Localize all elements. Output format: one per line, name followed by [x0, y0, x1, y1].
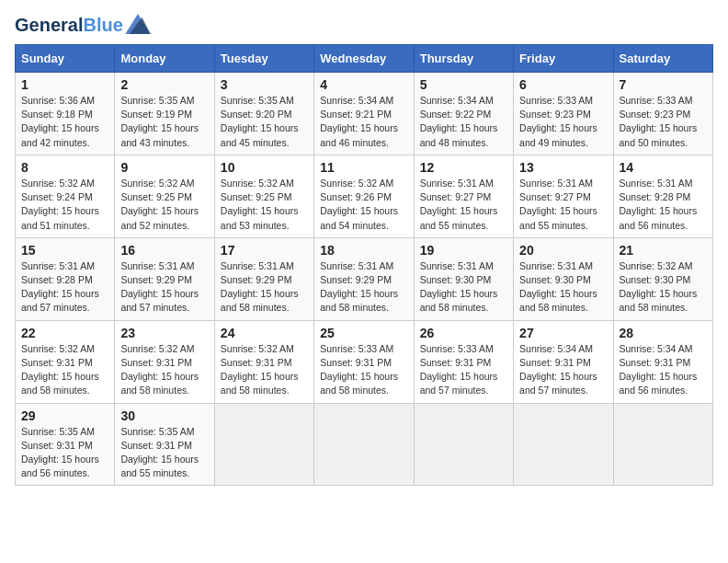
calendar-cell: 10Sunrise: 5:32 AMSunset: 9:25 PMDayligh…: [214, 155, 313, 237]
calendar-cell: 11Sunrise: 5:32 AMSunset: 9:26 PMDayligh…: [314, 155, 414, 237]
day-detail: Sunrise: 5:31 AMSunset: 9:30 PMDaylight:…: [420, 259, 507, 316]
calendar-cell: [214, 403, 313, 486]
calendar-cell: 17Sunrise: 5:31 AMSunset: 9:29 PMDayligh…: [214, 237, 313, 320]
day-number: 14: [620, 160, 707, 175]
page-header: GeneralBlue: [15, 15, 713, 35]
day-detail: Sunrise: 5:34 AMSunset: 9:22 PMDaylight:…: [420, 94, 507, 150]
calendar-cell: 21Sunrise: 5:32 AMSunset: 9:30 PMDayligh…: [613, 237, 712, 320]
week-row-2: 8Sunrise: 5:32 AMSunset: 9:24 PMDaylight…: [16, 155, 713, 237]
day-number: 27: [519, 326, 607, 340]
day-detail: Sunrise: 5:34 AMSunset: 9:21 PMDaylight:…: [320, 94, 407, 150]
day-detail: Sunrise: 5:31 AMSunset: 9:27 PMDaylight:…: [420, 177, 507, 233]
header-friday: Friday: [514, 45, 613, 73]
day-detail: Sunrise: 5:35 AMSunset: 9:20 PMDaylight:…: [221, 94, 308, 150]
week-row-3: 15Sunrise: 5:31 AMSunset: 9:28 PMDayligh…: [16, 237, 713, 320]
week-row-5: 29Sunrise: 5:35 AMSunset: 9:31 PMDayligh…: [16, 403, 713, 486]
day-number: 13: [519, 160, 607, 175]
day-detail: Sunrise: 5:32 AMSunset: 9:25 PMDaylight:…: [221, 177, 308, 233]
calendar-cell: 22Sunrise: 5:32 AMSunset: 9:31 PMDayligh…: [16, 320, 115, 403]
day-number: 11: [320, 160, 407, 175]
day-number: 23: [120, 326, 208, 340]
day-number: 21: [620, 243, 707, 258]
day-number: 5: [420, 77, 507, 92]
day-number: 25: [320, 326, 407, 340]
day-number: 15: [21, 243, 108, 258]
day-detail: Sunrise: 5:31 AMSunset: 9:29 PMDaylight:…: [320, 259, 407, 316]
day-number: 3: [221, 77, 308, 92]
day-detail: Sunrise: 5:32 AMSunset: 9:31 PMDaylight:…: [21, 342, 108, 398]
logo: GeneralBlue: [15, 15, 151, 35]
header-sunday: Sunday: [16, 45, 115, 73]
day-detail: Sunrise: 5:33 AMSunset: 9:23 PMDaylight:…: [620, 94, 707, 150]
week-row-4: 22Sunrise: 5:32 AMSunset: 9:31 PMDayligh…: [16, 320, 713, 403]
day-detail: Sunrise: 5:31 AMSunset: 9:29 PMDaylight:…: [120, 259, 208, 316]
calendar-cell: 5Sunrise: 5:34 AMSunset: 9:22 PMDaylight…: [414, 73, 513, 155]
header-wednesday: Wednesday: [314, 45, 414, 73]
day-detail: Sunrise: 5:32 AMSunset: 9:26 PMDaylight:…: [320, 177, 407, 233]
calendar-cell: 20Sunrise: 5:31 AMSunset: 9:30 PMDayligh…: [514, 237, 613, 320]
day-detail: Sunrise: 5:31 AMSunset: 9:29 PMDaylight:…: [221, 259, 308, 316]
header-monday: Monday: [115, 45, 214, 73]
calendar-cell: 13Sunrise: 5:31 AMSunset: 9:27 PMDayligh…: [514, 155, 613, 237]
day-number: 12: [420, 160, 507, 175]
day-detail: Sunrise: 5:36 AMSunset: 9:18 PMDaylight:…: [21, 94, 108, 150]
day-detail: Sunrise: 5:34 AMSunset: 9:31 PMDaylight:…: [620, 342, 707, 398]
header-saturday: Saturday: [613, 45, 712, 73]
calendar-cell: 4Sunrise: 5:34 AMSunset: 9:21 PMDaylight…: [314, 73, 414, 155]
calendar-cell: 24Sunrise: 5:32 AMSunset: 9:31 PMDayligh…: [214, 320, 313, 403]
calendar-cell: 30Sunrise: 5:35 AMSunset: 9:31 PMDayligh…: [115, 403, 214, 486]
day-detail: Sunrise: 5:31 AMSunset: 9:30 PMDaylight:…: [519, 259, 607, 316]
day-detail: Sunrise: 5:35 AMSunset: 9:31 PMDaylight:…: [120, 425, 208, 481]
calendar-cell: 15Sunrise: 5:31 AMSunset: 9:28 PMDayligh…: [16, 237, 115, 320]
day-number: 9: [120, 160, 208, 175]
day-number: 6: [519, 77, 607, 92]
day-detail: Sunrise: 5:32 AMSunset: 9:25 PMDaylight:…: [120, 177, 208, 233]
calendar-cell: 12Sunrise: 5:31 AMSunset: 9:27 PMDayligh…: [414, 155, 513, 237]
calendar-cell: 8Sunrise: 5:32 AMSunset: 9:24 PMDaylight…: [16, 155, 115, 237]
day-detail: Sunrise: 5:33 AMSunset: 9:23 PMDaylight:…: [519, 94, 607, 150]
day-detail: Sunrise: 5:33 AMSunset: 9:31 PMDaylight:…: [420, 342, 507, 398]
calendar-cell: 19Sunrise: 5:31 AMSunset: 9:30 PMDayligh…: [414, 237, 513, 320]
day-number: 2: [120, 77, 208, 92]
day-detail: Sunrise: 5:34 AMSunset: 9:31 PMDaylight:…: [519, 342, 607, 398]
day-number: 20: [519, 243, 607, 258]
calendar-table: SundayMondayTuesdayWednesdayThursdayFrid…: [15, 44, 713, 486]
day-detail: Sunrise: 5:32 AMSunset: 9:31 PMDaylight:…: [120, 342, 208, 398]
day-number: 29: [21, 408, 108, 423]
logo-icon: [125, 14, 151, 34]
calendar-cell: 18Sunrise: 5:31 AMSunset: 9:29 PMDayligh…: [314, 237, 414, 320]
header-thursday: Thursday: [414, 45, 513, 73]
day-number: 24: [221, 326, 308, 340]
calendar-cell: 9Sunrise: 5:32 AMSunset: 9:25 PMDaylight…: [115, 155, 214, 237]
day-number: 26: [420, 326, 507, 340]
calendar-cell: 16Sunrise: 5:31 AMSunset: 9:29 PMDayligh…: [115, 237, 214, 320]
calendar-cell: 14Sunrise: 5:31 AMSunset: 9:28 PMDayligh…: [613, 155, 712, 237]
week-row-1: 1Sunrise: 5:36 AMSunset: 9:18 PMDaylight…: [16, 73, 713, 155]
calendar-cell: [314, 403, 414, 486]
calendar-cell: 1Sunrise: 5:36 AMSunset: 9:18 PMDaylight…: [16, 73, 115, 155]
calendar-cell: 2Sunrise: 5:35 AMSunset: 9:19 PMDaylight…: [115, 73, 214, 155]
day-detail: Sunrise: 5:35 AMSunset: 9:19 PMDaylight:…: [120, 94, 208, 150]
calendar-cell: 23Sunrise: 5:32 AMSunset: 9:31 PMDayligh…: [115, 320, 214, 403]
day-detail: Sunrise: 5:32 AMSunset: 9:24 PMDaylight:…: [21, 177, 108, 233]
day-detail: Sunrise: 5:32 AMSunset: 9:30 PMDaylight:…: [620, 259, 707, 316]
day-detail: Sunrise: 5:31 AMSunset: 9:27 PMDaylight:…: [519, 177, 607, 233]
calendar-cell: [613, 403, 712, 486]
calendar-cell: 25Sunrise: 5:33 AMSunset: 9:31 PMDayligh…: [314, 320, 414, 403]
header-row: SundayMondayTuesdayWednesdayThursdayFrid…: [16, 45, 713, 73]
day-number: 19: [420, 243, 507, 258]
day-number: 28: [620, 326, 707, 340]
day-number: 1: [21, 77, 108, 92]
calendar-cell: 29Sunrise: 5:35 AMSunset: 9:31 PMDayligh…: [16, 403, 115, 486]
day-number: 17: [221, 243, 308, 258]
calendar-cell: [514, 403, 613, 486]
day-detail: Sunrise: 5:31 AMSunset: 9:28 PMDaylight:…: [620, 177, 707, 233]
calendar-cell: 6Sunrise: 5:33 AMSunset: 9:23 PMDaylight…: [514, 73, 613, 155]
logo-text: GeneralBlue: [15, 15, 123, 35]
day-number: 10: [221, 160, 308, 175]
day-number: 30: [120, 408, 208, 423]
day-detail: Sunrise: 5:31 AMSunset: 9:28 PMDaylight:…: [21, 259, 108, 316]
day-number: 7: [620, 77, 707, 92]
calendar-cell: [414, 403, 513, 486]
calendar-cell: 7Sunrise: 5:33 AMSunset: 9:23 PMDaylight…: [613, 73, 712, 155]
